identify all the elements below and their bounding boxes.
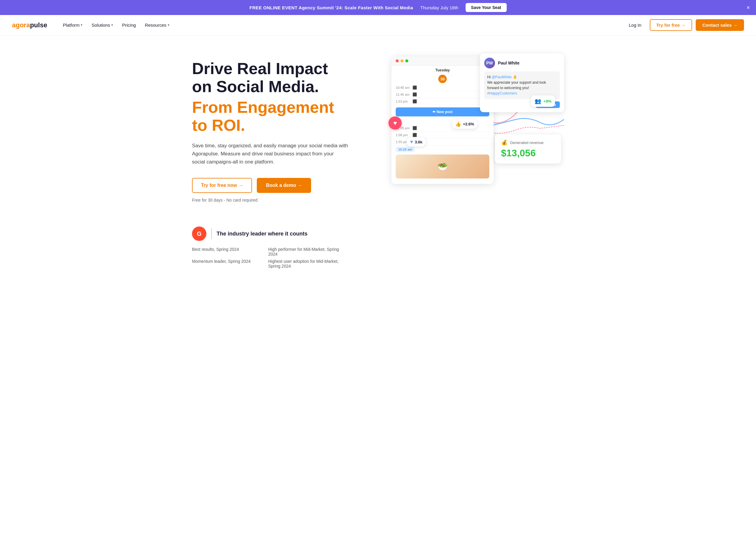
banner-save-seat-button[interactable]: Save Your Seat — [465, 3, 507, 12]
revenue-icon: 💰 — [501, 139, 508, 146]
hero-try-free-button[interactable]: Try for free now → — [192, 178, 252, 193]
chevron-down-icon: ▾ — [81, 23, 82, 27]
schedule-time-3: 1:53 pm — [396, 100, 411, 103]
schedule-time-2: 11:45 am — [396, 93, 411, 96]
users-growth-value: +9% — [544, 99, 552, 103]
engagement-badge-percent: 👍 +2.6% — [451, 119, 478, 129]
login-button[interactable]: Log In — [624, 20, 646, 30]
award-item: High performer for Mid-Market, Spring 20… — [268, 247, 342, 256]
schedule-time-5: 1:08 pm — [396, 133, 411, 137]
logo-agora: agora — [12, 21, 30, 29]
award-item: Highest user adoption for Mid-Market, Sp… — [268, 259, 342, 268]
nav-links: Platform ▾ Solutions ▾ Pricing Resources… — [59, 20, 624, 30]
schedule-row: 11:45 am ⬛ — [392, 91, 493, 98]
nav-solutions-label: Solutions — [91, 23, 110, 28]
award-item: Momentum leader, Spring 2024 — [192, 259, 266, 268]
nav-solutions[interactable]: Solutions ▾ — [88, 20, 117, 30]
hero-book-demo-button[interactable]: Book a demo → — [257, 178, 311, 193]
linkedin-icon: ⬛ — [413, 126, 417, 130]
hero-left: Drive Real Impact on Social Media. From … — [192, 54, 370, 202]
contact-sales-button[interactable]: Contact sales → — [696, 19, 744, 31]
headline-line1: Drive Real Impact — [192, 60, 328, 77]
heart-badge: ♥ — [389, 116, 402, 130]
chat-hashtag: #HappyCustomers — [487, 91, 517, 95]
revenue-card: 💰 Generated revenue $13,056 — [495, 134, 561, 164]
new-post-button[interactable]: ✏ New post — [396, 107, 489, 116]
window-dot-green — [405, 60, 408, 63]
schedule-row: 10:40 am ⬛ — [392, 84, 493, 91]
hero-section: Drive Real Impact on Social Media. From … — [180, 35, 576, 214]
revenue-header: 💰 Generated revenue — [501, 139, 555, 146]
chat-username: Paul White — [498, 61, 520, 66]
instagram-icon: ⬛ — [413, 92, 417, 97]
hero-headline-orange: From Engagementto ROI. — [192, 98, 370, 134]
engagement-count: 3.6k — [415, 140, 423, 144]
time-badge: 10:20 am — [396, 147, 415, 152]
dashboard-titlebar — [392, 57, 493, 66]
g2-logo: G — [192, 226, 206, 241]
chevron-down-icon: ▾ — [111, 23, 113, 27]
revenue-label: Generated revenue — [510, 140, 544, 145]
hero-headline: Drive Real Impact on Social Media. — [192, 60, 370, 96]
logo[interactable]: agorapulse — [12, 21, 47, 29]
heart-icon: ♥ — [410, 139, 413, 145]
schedule-section-2: 06 12:05 pm ⬛ 1:08 pm ⬛ 1:55 pm ⬛ 10:20 … — [392, 119, 493, 184]
schedule-row: 1:53 pm ⬛ — [392, 98, 493, 105]
g2-divider — [211, 228, 212, 239]
g2-row: G The industry leader where it counts — [192, 226, 564, 241]
heart-icon: ♥ — [393, 120, 397, 127]
chat-header: PW Paul White — [484, 58, 560, 68]
chat-mention: @PaulWhite — [492, 75, 512, 79]
nav-platform[interactable]: Platform ▾ — [59, 20, 86, 30]
post-image: 🥗 — [396, 155, 489, 179]
navbar: agorapulse Platform ▾ Solutions ▾ Pricin… — [0, 15, 756, 35]
schedule-date-2: 06 — [392, 119, 493, 125]
hero-free-note: Free for 30 days - No card required — [192, 198, 370, 202]
calendar-day: Tuesday — [392, 66, 493, 73]
headline-line2: on Social Media. — [192, 77, 319, 95]
hero-subtitle: Save time, stay organized, and easily ma… — [192, 142, 348, 166]
window-dot-yellow — [401, 60, 404, 63]
try-free-button[interactable]: Try for free → — [650, 19, 693, 31]
award-item: Best results, Spring 2024 — [192, 247, 266, 256]
users-growth-badge: 👥 +9% — [531, 95, 555, 107]
engagement-badge-likes: ♥ 3.6k — [407, 137, 426, 146]
banner-date: Thursday July 18th — [420, 5, 458, 10]
nav-platform-label: Platform — [63, 23, 79, 28]
logo-pulse: pulse — [30, 21, 47, 29]
facebook-icon: ⬛ — [413, 85, 417, 90]
window-dot-red — [396, 60, 399, 63]
twitter-icon: ⬛ — [413, 99, 417, 103]
revenue-amount: $13,056 — [501, 148, 555, 159]
banner-event-text: FREE ONLINE EVENT Agency Summit '24: Sca… — [250, 5, 413, 10]
thumbs-up-icon: 👍 — [455, 121, 461, 127]
chat-bubble: Hi @PaulWhite 🤚 We appreciate your suppo… — [484, 71, 560, 99]
g2-tagline: The industry leader where it counts — [217, 231, 308, 237]
nav-pricing[interactable]: Pricing — [118, 20, 140, 30]
users-icon: 👥 — [535, 98, 541, 104]
hero-dashboard: Tuesday 30 10:40 am ⬛ 11:45 am ⬛ 1:53 pm… — [383, 51, 564, 177]
awards-grid: Best results, Spring 2024 High performer… — [192, 247, 342, 268]
chevron-down-icon: ▾ — [168, 23, 170, 27]
hero-buttons: Try for free now → Book a demo → — [192, 178, 370, 193]
social-proof-section: G The industry leader where it counts Be… — [180, 214, 576, 275]
nav-resources[interactable]: Resources ▾ — [141, 20, 173, 30]
dashboard-panel: Tuesday 30 10:40 am ⬛ 11:45 am ⬛ 1:53 pm… — [392, 57, 493, 184]
schedule-row: 12:05 pm ⬛ — [392, 125, 493, 132]
calendar-date: 30 — [438, 75, 447, 83]
nav-right: Log In Try for free → Contact sales → — [624, 19, 744, 31]
banner-close-button[interactable]: × — [746, 5, 750, 11]
nav-resources-label: Resources — [145, 23, 167, 28]
nav-pricing-label: Pricing — [122, 23, 136, 28]
instagram-icon: ⬛ — [413, 133, 417, 137]
engagement-percent: +2.6% — [463, 122, 474, 126]
top-banner: FREE ONLINE EVENT Agency Summit '24: Sca… — [0, 0, 756, 15]
avatar: PW — [484, 58, 495, 68]
schedule-row: 1:08 pm ⬛ — [392, 132, 493, 139]
schedule-time-1: 10:40 am — [396, 86, 411, 89]
